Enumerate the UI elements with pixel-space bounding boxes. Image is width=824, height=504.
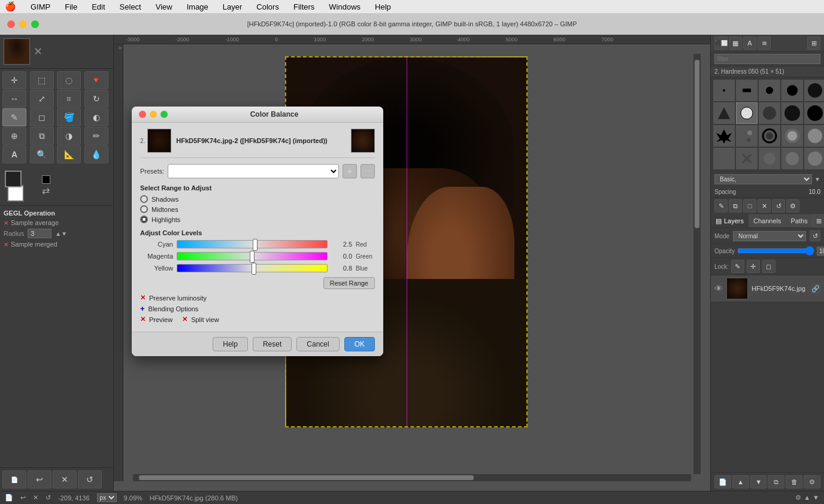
tool-rect-select[interactable]: ⬚	[30, 71, 54, 89]
brush-new-btn[interactable]: □	[743, 199, 756, 212]
tab-channels[interactable]: Channels	[749, 214, 786, 227]
menu-filters[interactable]: Filters	[291, 2, 317, 11]
brush-item[interactable]	[759, 80, 780, 101]
presets-add-button[interactable]: +	[343, 164, 357, 178]
split-view-checkbox[interactable]: ✕	[182, 315, 187, 323]
undo-btn[interactable]: ↩	[28, 470, 51, 488]
pattern-icon[interactable]: ▦	[729, 37, 742, 50]
brush-duplicate-btn[interactable]: ⧉	[729, 199, 742, 212]
lower-layer-btn[interactable]: ▼	[750, 475, 767, 488]
layers-expand-icon[interactable]: ⊞	[813, 214, 824, 227]
panel-expand-icon[interactable]: ⊞	[807, 37, 820, 50]
brush-item-active[interactable]	[736, 102, 758, 124]
image-thumbnail[interactable]	[4, 38, 30, 65]
brush-item[interactable]	[804, 102, 824, 124]
statusbar-up-icon[interactable]: ▲	[804, 494, 810, 502]
fg-bg-color-icon[interactable]: ⬛⬜	[714, 37, 728, 50]
lock-position-btn[interactable]: ✛	[747, 260, 760, 273]
radius-spinner[interactable]: ▲▼	[55, 230, 67, 237]
menu-colors[interactable]: Colors	[254, 2, 281, 11]
brush-item[interactable]	[804, 125, 824, 147]
help-button[interactable]: Help	[213, 337, 248, 351]
brush-refresh-btn[interactable]: ↺	[772, 199, 785, 212]
tab-layers[interactable]: ▤ Layers	[711, 214, 749, 227]
blending-options-opt[interactable]: + Blending Options	[140, 304, 375, 313]
lock-alpha-btn[interactable]: ◻	[762, 260, 775, 273]
foreground-color[interactable]	[5, 171, 22, 187]
magenta-slider-track[interactable]	[177, 252, 328, 260]
tool-transform[interactable]: ⤢	[30, 90, 54, 108]
brush-item[interactable]	[736, 148, 758, 169]
horizontal-scrollbar[interactable]	[133, 474, 691, 481]
tool-rotate[interactable]: ↻	[84, 90, 108, 108]
preview-checkbox[interactable]: ✕	[140, 315, 146, 323]
tool-fuzzy-select[interactable]: 🔻	[84, 71, 108, 89]
statusbar-unit-select[interactable]: px	[97, 493, 117, 502]
brush-item[interactable]	[736, 125, 758, 147]
yellow-slider-track[interactable]	[177, 264, 328, 272]
lock-pixels-btn[interactable]: ✎	[731, 260, 744, 273]
brush-item[interactable]	[781, 148, 803, 169]
close-thumbnail-icon[interactable]: ✕	[34, 45, 43, 58]
raise-layer-btn[interactable]: ▲	[732, 475, 749, 488]
layer-row[interactable]: 👁 HFkD5F9K74c.jpg 🔗	[711, 275, 824, 302]
preserve-luminosity-opt[interactable]: ✕ Preserve luminosity	[140, 294, 375, 302]
menu-select[interactable]: Select	[117, 2, 144, 11]
dialog-close-button[interactable]	[139, 111, 146, 118]
tool-paths[interactable]: ✏	[84, 127, 108, 145]
highlights-radio[interactable]: Highlights	[140, 215, 375, 223]
brush-item[interactable]	[713, 80, 735, 101]
tool-blend[interactable]: ◐	[84, 108, 108, 126]
brush-item[interactable]	[736, 80, 758, 101]
dialog-maximize-button[interactable]	[160, 111, 168, 118]
menu-edit[interactable]: Edit	[89, 2, 107, 11]
presets-remove-button[interactable]: ⋯	[360, 164, 375, 178]
layers-panel-expand[interactable]: ⊞	[813, 214, 824, 227]
vertical-scrollbar[interactable]	[693, 54, 701, 474]
tool-lasso[interactable]: ◌	[57, 71, 81, 89]
minimize-button[interactable]	[19, 20, 27, 28]
preset-dropdown-icon[interactable]: ▼	[814, 176, 820, 183]
tool-color-picker[interactable]: 💧	[84, 145, 108, 163]
maximize-button[interactable]	[31, 20, 39, 28]
brush-item[interactable]	[781, 125, 803, 147]
layer-link-icon[interactable]: 🔗	[811, 284, 820, 293]
brush-filter-input[interactable]	[714, 54, 820, 64]
menu-file[interactable]: File	[62, 2, 80, 11]
cyan-slider-track[interactable]	[177, 240, 328, 248]
tab-paths[interactable]: Paths	[786, 214, 813, 227]
brush-delete-btn[interactable]: ✕	[758, 199, 771, 212]
shadows-radio[interactable]: Shadows	[140, 195, 375, 203]
brush-item[interactable]	[759, 125, 780, 147]
tool-paintbrush[interactable]: ✎	[2, 108, 26, 126]
swap-colors-icon[interactable]: ⇄	[42, 185, 50, 196]
apple-menu[interactable]: 🍎	[5, 1, 16, 12]
font-icon[interactable]: A	[743, 37, 756, 50]
small-fg-color[interactable]	[42, 175, 50, 184]
layer-visibility-icon[interactable]: 👁	[714, 284, 723, 293]
brush-edit-btn[interactable]: ✎	[714, 199, 728, 212]
brush-preset-select[interactable]: Basic,	[714, 174, 812, 184]
brush-item[interactable]	[713, 148, 735, 169]
layer-settings-btn[interactable]: ⚙	[804, 475, 820, 488]
sample-average-checkbox[interactable]: ✕	[4, 220, 8, 226]
close-button[interactable]	[7, 20, 15, 28]
brush-item[interactable]	[759, 102, 780, 124]
background-color[interactable]	[7, 185, 24, 202]
history-btn[interactable]: ↺	[78, 470, 102, 488]
dialog-minimize-button[interactable]	[150, 111, 157, 118]
reset-range-button[interactable]: Reset Range	[323, 277, 375, 289]
menu-windows[interactable]: Windows	[326, 2, 363, 11]
tool-move[interactable]: ✛	[2, 71, 26, 89]
magenta-slider-thumb[interactable]	[250, 251, 255, 263]
menu-help[interactable]: Help	[372, 2, 393, 11]
reset-button[interactable]: Reset	[253, 337, 292, 351]
cyan-slider-thumb[interactable]	[253, 239, 258, 251]
statusbar-trash[interactable]: ✕	[33, 494, 38, 502]
new-layer-btn[interactable]: 📄	[714, 475, 731, 488]
scrollbar-thumb-h[interactable]	[139, 475, 474, 480]
brush-item[interactable]	[804, 148, 824, 169]
tool-text[interactable]: A	[2, 145, 26, 163]
brush-item[interactable]	[759, 148, 780, 169]
brush-item[interactable]	[713, 102, 735, 124]
